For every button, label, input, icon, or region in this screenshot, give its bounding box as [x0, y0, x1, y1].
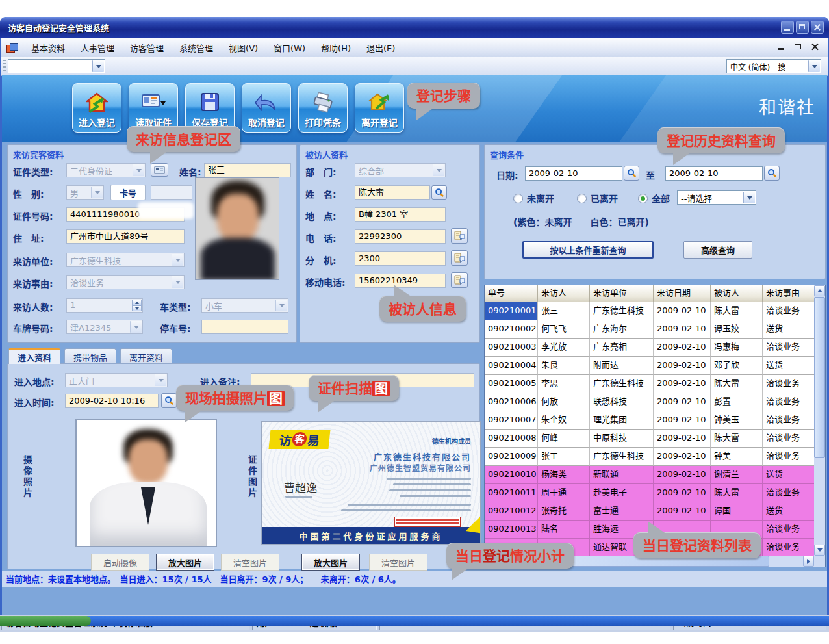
cell-visitor[interactable]: 朱个奴: [538, 411, 590, 430]
cell-visited[interactable]: 陈大雷: [711, 302, 763, 320]
combo-arrow-icon[interactable]: [743, 192, 755, 203]
table-row[interactable]: 090210003 李光放 广东亮相 2009-02-10 冯惠梅 洽谈业务: [485, 339, 814, 357]
requery-button[interactable]: 按以上条件重新查询: [522, 241, 654, 259]
location-field[interactable]: B幢 2301 室: [355, 207, 446, 222]
cell-visitor[interactable]: 杨海类: [538, 466, 590, 484]
dial-mobile-button[interactable]: [451, 272, 468, 288]
advanced-query-button[interactable]: 高级查询: [683, 241, 752, 259]
cell-date[interactable]: 2009-02-10: [654, 411, 711, 430]
table-row[interactable]: 090210008 何峰 中原科技 2009-02-10 陈大雷 洽谈业务: [485, 430, 814, 448]
column-header-visited[interactable]: 被访人: [711, 285, 763, 302]
leave-register-button[interactable]: 离开登记: [355, 83, 404, 133]
cell-reason[interactable]: 洽谈业务: [763, 302, 814, 320]
cell-visitor[interactable]: 张三: [538, 302, 590, 320]
cell-id[interactable]: 090210013: [485, 521, 538, 539]
card-number-button[interactable]: 卡号: [110, 185, 146, 200]
toolbar-combobox[interactable]: [8, 59, 105, 73]
tab-entry-info[interactable]: 进入资料: [8, 348, 60, 364]
cell-date[interactable]: 2009-02-10: [654, 320, 711, 339]
radio-not-left[interactable]: 未离开: [513, 192, 554, 205]
cell-reason[interactable]: 送货: [763, 502, 814, 521]
entry-time-field[interactable]: 2009-02-10 10:16: [65, 394, 159, 408]
cell-visitor[interactable]: 周于通: [538, 484, 590, 502]
column-header-date[interactable]: 来访日期: [654, 285, 711, 302]
menu-item-window[interactable]: 窗口(W): [266, 39, 313, 57]
cell-reason[interactable]: 洽谈业务: [763, 539, 814, 557]
mdi-minimize-button[interactable]: [776, 41, 787, 53]
cell-date[interactable]: 2009-02-10: [654, 466, 711, 484]
cell-company[interactable]: 广东德生科技: [590, 302, 654, 320]
table-row[interactable]: 090210004 朱良 附而达 2009-02-10 邓子欣 送货: [485, 357, 814, 375]
cell-visited[interactable]: 冯惠梅: [711, 339, 763, 357]
vehicle-type-select[interactable]: 小车: [201, 298, 288, 313]
cell-reason[interactable]: 洽谈业务: [763, 484, 814, 502]
cell-visited[interactable]: 陈大雷: [711, 375, 763, 393]
cell-id[interactable]: 090210008: [485, 430, 538, 448]
cell-reason[interactable]: 洽谈业务: [763, 448, 814, 466]
address-field[interactable]: 广州市中山大道89号: [66, 229, 185, 244]
table-row[interactable]: 090210001 张三 广东德生科技 2009-02-10 陈大雷 洽谈业务: [485, 302, 814, 320]
combo-arrow-icon[interactable]: [130, 321, 142, 333]
scroll-right-button[interactable]: [803, 556, 814, 567]
combo-arrow-icon[interactable]: [172, 254, 183, 266]
table-row[interactable]: 090210002 何飞飞 广东海尔 2009-02-10 谭玉姣 送货: [485, 320, 814, 339]
combo-arrow-icon[interactable]: [433, 164, 444, 176]
cell-company[interactable]: 广东海尔: [590, 320, 654, 339]
cell-company[interactable]: 赴美电子: [590, 484, 654, 502]
cell-visitor[interactable]: 李光放: [538, 339, 590, 357]
cell-company[interactable]: 附而达: [590, 357, 654, 375]
name-field[interactable]: 张三: [204, 163, 291, 177]
cell-visitor[interactable]: 张工: [538, 448, 590, 466]
cert-type-select[interactable]: 二代身份证: [66, 163, 146, 177]
cell-visitor[interactable]: 何放: [538, 393, 590, 411]
radio-all[interactable]: 全部: [638, 192, 670, 205]
read-card-button[interactable]: 读取证件: [129, 83, 178, 133]
language-arrow-icon[interactable]: [808, 60, 820, 72]
cell-id[interactable]: 090210011: [485, 484, 538, 502]
search-person-button[interactable]: [431, 185, 447, 200]
enter-register-button[interactable]: 进入登记: [72, 83, 121, 133]
cell-visited[interactable]: 谭国: [711, 502, 763, 521]
start-button-edge[interactable]: [0, 616, 91, 626]
cell-date[interactable]: 2009-02-10: [654, 448, 711, 466]
tab-carried-items[interactable]: 携带物品: [64, 348, 116, 364]
cell-company[interactable]: 广东德生科技: [590, 448, 654, 466]
card-reader-button[interactable]: [151, 163, 168, 177]
cell-company[interactable]: 联想科技: [590, 393, 654, 411]
restore-button[interactable]: [796, 21, 809, 34]
menu-item-help[interactable]: 帮助(H): [313, 39, 359, 57]
radio-left[interactable]: 已离开: [577, 192, 618, 205]
mdi-close-button[interactable]: [810, 41, 821, 53]
cell-date[interactable]: 2009-02-10: [654, 393, 711, 411]
cell-visitor[interactable]: 朱良: [538, 357, 590, 375]
table-row[interactable]: 090210007 朱个奴 理光集团 2009-02-10 钟美玉 洽谈业务: [485, 411, 814, 430]
gender-select[interactable]: 男: [66, 185, 104, 200]
minimize-button[interactable]: [781, 21, 794, 34]
combo-arrow-icon[interactable]: [172, 276, 183, 288]
cell-visited[interactable]: 邓子欣: [711, 357, 763, 375]
column-header-visitor[interactable]: 来访人: [538, 285, 590, 302]
cell-id[interactable]: 090210004: [485, 357, 538, 375]
enlarge-photo-button[interactable]: 放大图片: [156, 554, 214, 571]
print-receipt-button[interactable]: 打印凭条: [298, 83, 348, 133]
column-header-reason[interactable]: 来访事由: [763, 285, 814, 302]
cell-date[interactable]: 2009-02-10: [654, 484, 711, 502]
menu-item-exit[interactable]: 退出(E): [359, 39, 403, 57]
cell-visited[interactable]: 谢清兰: [711, 466, 763, 484]
cell-date[interactable]: 2009-02-10: [654, 339, 711, 357]
cell-id[interactable]: 090210003: [485, 339, 538, 357]
cell-reason[interactable]: 送货: [763, 320, 814, 339]
date-to-picker-button[interactable]: [764, 166, 780, 181]
visitor-count-stepper[interactable]: 1: [66, 298, 143, 313]
cell-company[interactable]: 理光集团: [590, 411, 654, 430]
cell-visited[interactable]: 陈大雷: [711, 484, 763, 502]
cell-id[interactable]: 090210009: [485, 448, 538, 466]
date-to-field[interactable]: 2009-02-10: [665, 166, 763, 181]
vertical-scrollbar[interactable]: [814, 285, 825, 556]
table-row[interactable]: 090210009 张工 广东德生科技 2009-02-10 钟美 洽谈业务: [485, 448, 814, 466]
stepper-buttons[interactable]: [132, 300, 142, 311]
parking-field[interactable]: [201, 320, 288, 334]
cell-visited[interactable]: 钟美: [711, 448, 763, 466]
cell-visited[interactable]: 彭置: [711, 393, 763, 411]
table-row[interactable]: 090210005 李思 广东德生科技 2009-02-10 陈大雷 洽谈业务: [485, 375, 814, 393]
